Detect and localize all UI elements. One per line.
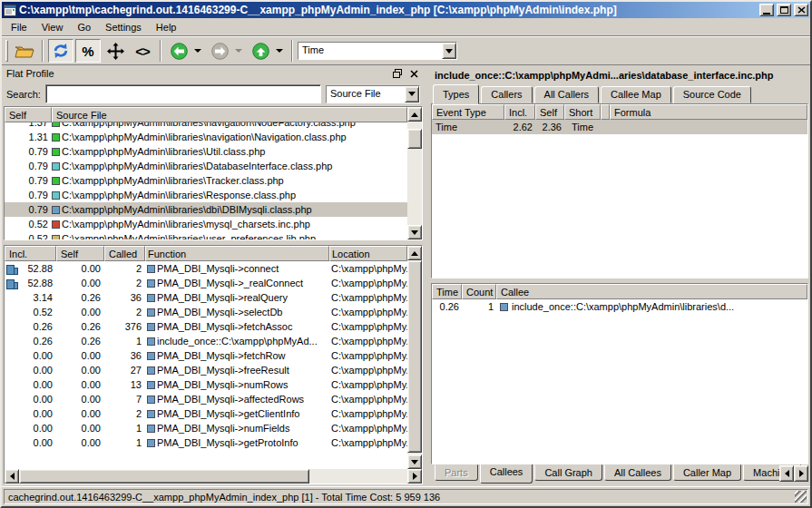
column-header-short[interactable]: Short [564,104,601,120]
table-row[interactable]: 0.52 C:\xampp\phpMyAdmin\libraries\mysql… [5,217,407,231]
detail-tab[interactable]: Call Graph [534,464,602,481]
scroll-thumb[interactable] [407,260,422,453]
table-row[interactable]: 0.26 0.26 376 PMA_DBI_Mysqli->fetchAssoc… [5,319,407,334]
menu-item[interactable]: Help [149,20,184,34]
scroll-thumb[interactable] [19,469,309,484]
resize-grip-icon[interactable] [795,491,807,503]
cycle-detection-button[interactable] [48,39,73,63]
column-header-callee[interactable]: Callee [496,284,807,299]
column-header-event-type[interactable]: Event Type [432,104,504,120]
close-dock-button[interactable] [407,67,420,80]
table-row[interactable]: 3.14 0.26 36 PMA_DBI_Mysqli->realQuery C… [5,290,407,305]
location-cell: C:\xampp\phpMy... [329,263,407,274]
back-button[interactable] [166,39,191,63]
column-header-count[interactable]: Count [462,284,496,299]
table-row[interactable]: 0.00 0.00 13 PMA_DBI_Mysqli->numRows C:\… [5,377,407,392]
table-row[interactable]: 0.00 0.00 27 PMA_DBI_Mysqli->freeResult … [5,363,407,377]
menu-item[interactable]: File [4,20,34,34]
table-row[interactable]: 0.52 C:\xampp\phpMyAdmin\libraries\user_… [5,231,407,239]
detail-tab[interactable]: Source Code [673,86,751,103]
maximize-button[interactable] [777,4,791,16]
dock-layout-button[interactable] [103,39,128,63]
table-row[interactable]: 0.79 C:\xampp\phpMyAdmin\libraries\Datab… [5,159,407,173]
event-type-select-button[interactable] [442,43,456,59]
toolbar-handle[interactable] [5,40,8,62]
function-list-scrollbar[interactable] [407,246,422,469]
detail-tab[interactable]: Callees [480,464,533,484]
tab-scroll-right-button[interactable] [794,465,808,482]
scroll-left-button[interactable] [5,469,19,484]
open-file-button[interactable] [12,39,37,63]
column-header-formula[interactable]: Formula [610,104,807,120]
types-pane: Event Type Incl. Self Short Formula Time… [431,103,808,278]
scroll-up-button[interactable] [407,107,422,122]
group-by-select-button[interactable] [405,86,419,103]
menu-item[interactable]: Settings [98,20,149,34]
percent-icon: % [82,44,93,59]
table-row[interactable]: 0.00 0.00 1 PMA_DBI_Mysqli->numFields C:… [5,421,407,435]
table-row[interactable]: 0.00 0.00 2 PMA_DBI_Mysqli->getClientInf… [5,406,407,421]
menu-item[interactable]: View [34,20,71,34]
column-header-called[interactable]: Called [104,246,145,261]
table-row[interactable]: 0.26 1 include_once::C:\xampp\phpMyAdmin… [432,299,807,314]
window-title: C:\xampp\tmp\cachegrind.out.1416463299-C… [19,4,757,16]
column-header-function[interactable]: Function [145,246,329,261]
search-input[interactable] [45,84,321,103]
scroll-right-button[interactable] [407,469,422,484]
up-dropdown-icon[interactable] [276,49,283,53]
column-header-self[interactable]: Self [5,107,52,122]
source-list-scrollbar[interactable] [407,107,422,239]
title-bar[interactable]: C:\xampp\tmp\cachegrind.out.1416463299-C… [2,2,810,18]
column-header-time[interactable]: Time [432,284,462,299]
minimize-button[interactable] [759,4,774,16]
detail-tab[interactable]: Caller Map [673,464,741,481]
detail-tab[interactable]: Parts [435,464,478,481]
dock-title-bar[interactable]: Flat Profile [2,65,425,82]
table-row[interactable]: 1.37 C:\xampp\phpMyAdmin\libraries\navig… [5,122,407,130]
relative-cost-button[interactable]: <> [130,39,155,63]
table-row[interactable]: 0.00 0.00 1 PMA_DBI_Mysqli->getProtoInfo… [5,435,407,450]
column-header-incl[interactable]: Incl. [504,104,535,120]
relative-percent-button[interactable]: % [75,39,101,63]
table-row[interactable]: 0.79 C:\xampp\phpMyAdmin\libraries\Track… [5,173,407,188]
table-row[interactable]: Time 2.62 2.36 Time [432,120,807,134]
detail-tab[interactable]: Callee Map [601,86,671,103]
table-row[interactable]: 0.00 0.00 7 PMA_DBI_Mysqli->affectedRows… [5,392,407,406]
close-button[interactable] [794,4,808,16]
detail-tab[interactable]: All Callers [534,86,600,103]
column-header-source-file[interactable]: Source File [52,107,407,122]
up-button[interactable] [248,39,273,63]
table-row[interactable]: 0.79 C:\xampp\phpMyAdmin\libraries\dbi\D… [5,202,407,217]
detail-tab[interactable]: All Callees [604,464,671,481]
move-arrows-icon [107,43,124,60]
column-header-incl[interactable]: Incl. [5,246,56,261]
table-row[interactable]: 52.88 0.00 2 PMA_DBI_Mysqli->_realConnec… [5,276,407,290]
tab-scroll-left-button[interactable] [779,465,794,482]
column-header-location[interactable]: Location [329,246,407,261]
table-row[interactable]: 52.88 0.00 2 PMA_DBI_Mysqli->connect C:\… [5,261,407,276]
forward-dropdown-icon[interactable] [235,49,242,53]
back-dropdown-icon[interactable] [194,49,201,53]
column-header-self[interactable]: Self [535,104,564,120]
table-row[interactable]: 1.31 C:\xampp\phpMyAdmin\libraries\navig… [5,130,407,144]
scroll-down-button[interactable] [407,225,422,239]
scroll-up-button[interactable] [407,246,422,260]
table-row[interactable]: 0.79 C:\xampp\phpMyAdmin\libraries\Respo… [5,188,407,202]
table-row[interactable]: 0.79 C:\xampp\phpMyAdmin\libraries\Util.… [5,144,407,159]
table-row[interactable]: 0.52 0.00 2 PMA_DBI_Mysqli->selectDb C:\… [5,305,407,319]
function-list-hscrollbar[interactable] [5,469,422,484]
menu-item[interactable]: Go [70,20,98,34]
column-header-self[interactable]: Self [56,246,104,261]
scroll-down-button[interactable] [407,454,422,469]
forward-button[interactable] [207,39,232,63]
scroll-thumb[interactable] [407,129,422,149]
event-type-select[interactable]: Time [298,42,457,60]
float-dock-button[interactable] [391,67,404,80]
source-file-icon [52,220,60,229]
detail-tab[interactable]: Callers [481,86,532,103]
group-by-select[interactable]: Source File [326,85,420,103]
column-header-blank[interactable] [601,104,610,120]
table-row[interactable]: 0.26 0.26 1 include_once::C:\xampp\phpMy… [5,334,407,348]
table-row[interactable]: 0.00 0.00 36 PMA_DBI_Mysqli->fetchRow C:… [5,348,407,363]
detail-tab[interactable]: Types [433,84,479,104]
